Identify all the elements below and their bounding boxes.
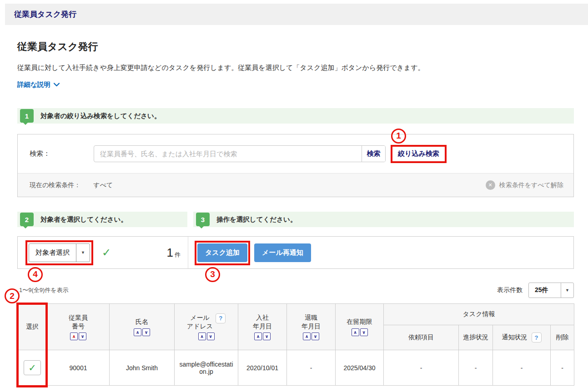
col-header-residence-limit: 在留期限 ∧ ∨ — [336, 304, 384, 350]
sort-desc-icon[interactable]: ∨ — [312, 332, 319, 340]
row-checkbox-checked[interactable]: ✓ — [24, 360, 41, 375]
step1-badge: 1 — [20, 109, 34, 123]
cell-name: John Smith — [110, 350, 175, 386]
help-icon[interactable]: ? — [216, 313, 226, 323]
target-select-value: 対象者選択 — [29, 244, 76, 262]
target-select-dropdown[interactable]: 対象者選択 ▼ — [29, 243, 90, 262]
detail-description-link[interactable]: 詳細な説明 — [17, 80, 60, 89]
search-input-group: 検索 — [94, 145, 386, 162]
email-label: メール アドレス — [187, 313, 213, 331]
email-sort: ∧ ∨ — [175, 332, 238, 340]
close-icon: ✕ — [486, 180, 495, 190]
col-header-name: 氏名 ∧ ∨ — [110, 304, 175, 350]
sort-asc-icon[interactable]: ∧ — [352, 328, 359, 336]
step1-banner: 1 対象者の絞り込み検索をしてください。 — [17, 108, 574, 124]
col-header-task-info: タスク情報 — [384, 304, 574, 325]
cell-progress: - — [459, 350, 493, 386]
cell-request-item: - — [384, 350, 459, 386]
add-task-annotated: タスク追加 3 — [197, 243, 247, 262]
search-input[interactable] — [94, 146, 362, 162]
annotation-circle-2: 2 — [5, 288, 20, 303]
chevron-down-icon: ▼ — [561, 283, 573, 298]
help-icon[interactable]: ? — [532, 332, 542, 342]
check-icon: ✓ — [102, 246, 111, 259]
filter-search-annotated: 絞り込み検索 1 — [393, 147, 444, 161]
sort-desc-icon[interactable]: ∨ — [142, 328, 150, 336]
dropdown-arrow-glyph: ▼ — [565, 288, 569, 293]
action-panel-right: タスク追加 3 メール再通知 — [188, 237, 573, 268]
add-task-button[interactable]: タスク追加 — [197, 243, 247, 262]
step1-text: 対象者の絞り込み検索をしてください。 — [40, 112, 161, 120]
search-row: 検索： 検索 絞り込み検索 1 — [18, 134, 573, 173]
residence-limit-sort: ∧ ∨ — [336, 328, 383, 336]
step3-text: 操作を選択してください。 — [216, 215, 297, 224]
per-page-control: 表示件数 25件 ▼ — [497, 283, 574, 298]
retire-date-label: 退職 年月日 — [287, 313, 335, 331]
annotation-circle-1: 1 — [391, 129, 406, 144]
sort-desc-icon[interactable]: ∨ — [79, 332, 86, 340]
col-header-select: 選択 — [18, 304, 47, 350]
annotation-circle-3: 3 — [205, 267, 220, 282]
cell-select: ✓ — [18, 350, 47, 386]
col-header-progress: 進捗状況 — [459, 325, 493, 350]
sort-desc-icon[interactable]: ∨ — [207, 332, 215, 340]
action-panel-left: 対象者選択 ▼ 4 ✓ 1 件 — [18, 237, 188, 268]
cell-hire-date: 2020/10/01 — [238, 350, 287, 386]
per-page-dropdown[interactable]: 25件 ▼ — [528, 283, 574, 298]
sort-asc-icon[interactable]: ∧ — [70, 332, 78, 340]
sort-desc-icon[interactable]: ∨ — [263, 332, 271, 340]
col-header-delete: 削除 — [551, 325, 574, 350]
notify-label: 通知状況 — [502, 333, 528, 342]
cell-retire-date: - — [287, 350, 336, 386]
hire-date-label: 入社 年月日 — [238, 313, 286, 331]
target-select-annotated: 対象者選択 ▼ 4 — [29, 243, 90, 262]
chevron-down-icon — [54, 83, 60, 87]
step3-banner: 3 操作を選択してください。 — [193, 212, 574, 227]
cell-email: sample@officestation.jp — [175, 350, 238, 386]
selected-count: 1 — [167, 246, 173, 260]
sort-asc-icon[interactable]: ∧ — [134, 328, 141, 336]
sort-asc-icon[interactable]: ∧ — [303, 332, 311, 340]
col-header-email: メール アドレス ? ∧ ∨ — [175, 304, 238, 350]
step2-badge: 2 — [20, 213, 34, 226]
result-range-text: 1〜9(全9)件を表示 — [19, 286, 69, 294]
employee-table-grid: 選択 従業員 番号 ∧ ∨ 氏名 ∧ — [17, 303, 574, 386]
name-sort: ∧ ∨ — [110, 328, 174, 336]
step3-badge: 3 — [196, 213, 210, 226]
step2-number: 2 — [25, 216, 29, 223]
breadcrumb-title: 従業員タスク発行 — [5, 9, 76, 20]
per-page-label: 表示件数 — [497, 286, 523, 294]
col-header-emp-no: 従業員 番号 ∧ ∨ — [47, 304, 110, 350]
detail-link-label: 詳細な説明 — [17, 80, 50, 89]
sort-asc-icon[interactable]: ∧ — [198, 332, 206, 340]
page: 従業員タスク発行 従業員タスク発行 従業員に対して入社手続きや身上変更申請などの… — [0, 0, 588, 392]
filter-search-button[interactable]: 絞り込み検索 — [393, 147, 444, 161]
col-header-notify: 通知状況 ? — [493, 325, 551, 350]
dropdown-arrow-glyph: ▼ — [81, 250, 85, 255]
name-label: 氏名 — [110, 318, 174, 326]
col-header-retire-date: 退職 年月日 ∧ ∨ — [287, 304, 336, 350]
check-icon: ✓ — [28, 362, 36, 373]
action-panel: 対象者選択 ▼ 4 ✓ 1 件 タスク追加 3 メール再通知 — [17, 236, 574, 269]
clear-conditions-button[interactable]: ✕ 検索条件をすべて解除 — [486, 180, 563, 190]
selected-count-unit: 件 — [175, 251, 181, 259]
notify-label-group: 通知状況 ? — [502, 332, 542, 342]
annotation-circle-4: 4 — [28, 267, 43, 282]
current-conditions-row: 現在の検索条件： すべて ✕ 検索条件をすべて解除 — [18, 173, 573, 197]
sort-asc-icon[interactable]: ∧ — [254, 332, 262, 340]
table-row: ✓ 90001 John Smith sample@officestation.… — [18, 350, 574, 386]
cell-residence-limit: 2025/04/30 — [336, 350, 384, 386]
col-header-request-item: 依頼項目 — [384, 325, 459, 350]
retire-date-sort: ∧ ∨ — [287, 332, 335, 340]
search-panel: 検索： 検索 絞り込み検索 1 現在の検索条件： すべて ✕ 検索条件をすべて解… — [17, 134, 574, 197]
step3-number: 3 — [201, 216, 205, 223]
per-page-value: 25件 — [529, 283, 561, 298]
emp-no-label: 従業員 番号 — [47, 313, 109, 331]
search-button[interactable]: 検索 — [362, 146, 385, 162]
emp-no-sort: ∧ ∨ — [47, 332, 109, 340]
hire-date-sort: ∧ ∨ — [238, 332, 286, 340]
sort-desc-icon[interactable]: ∨ — [360, 328, 368, 336]
chevron-down-icon: ▼ — [76, 244, 90, 262]
mail-renotify-button[interactable]: メール再通知 — [254, 243, 311, 262]
close-glyph: ✕ — [488, 182, 493, 188]
